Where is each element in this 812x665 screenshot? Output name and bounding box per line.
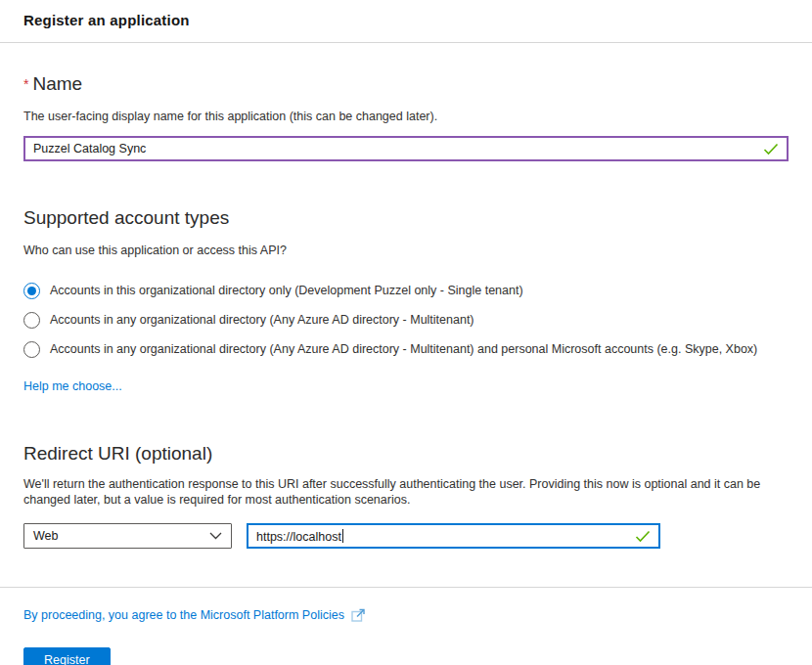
name-heading-label: Name [32, 73, 82, 94]
check-icon [635, 530, 651, 543]
platform-select[interactable]: Web [23, 523, 232, 549]
app-name-value: Puzzel Catalog Sync [33, 142, 755, 155]
text-caret [342, 529, 343, 543]
name-description: The user-facing display name for this ap… [23, 109, 789, 124]
platform-policies-link[interactable]: By proceeding, you agree to the Microsof… [23, 608, 344, 622]
page-title: Register an application [23, 12, 789, 28]
account-type-option[interactable]: Accounts in any organizational directory… [23, 338, 789, 360]
account-type-option[interactable]: Accounts in this organizational director… [23, 280, 789, 301]
account-type-option-label: Accounts in any organizational directory… [50, 342, 757, 356]
footer-divider [0, 587, 812, 588]
account-types-description: Who can use this application or access t… [23, 243, 789, 258]
redirect-uri-input[interactable]: https://localhost [247, 523, 660, 549]
account-type-option-label: Accounts in this organizational director… [50, 284, 523, 297]
redirect-uri-description: We'll return the authentication response… [23, 476, 789, 508]
register-form: *Name The user-facing display name for t… [0, 72, 812, 665]
radio-button-icon[interactable] [23, 341, 40, 358]
radio-button-icon[interactable] [23, 312, 40, 329]
chevron-down-icon [209, 532, 222, 540]
redirect-uri-row: Web https://localhost [23, 523, 789, 549]
redirect-uri-heading: Redirect URI (optional) [23, 442, 789, 465]
required-marker: * [23, 76, 28, 92]
name-section-heading: *Name [23, 72, 789, 96]
redirect-uri-value: https://localhost [256, 529, 627, 544]
register-button[interactable]: Register [23, 647, 111, 665]
radio-button-icon[interactable] [23, 283, 40, 299]
check-icon [763, 143, 779, 155]
account-type-option-label: Accounts in any organizational directory… [50, 313, 474, 327]
app-name-input[interactable]: Puzzel Catalog Sync [23, 136, 789, 161]
external-link-icon[interactable] [351, 608, 366, 622]
account-types-heading: Supported account types [23, 206, 789, 229]
account-types-radio-group: Accounts in this organizational director… [23, 280, 789, 360]
help-me-choose-link[interactable]: Help me choose... [23, 379, 122, 393]
page-header: Register an application [0, 0, 812, 43]
platform-select-value: Web [33, 529, 209, 543]
account-type-option[interactable]: Accounts in any organizational directory… [23, 309, 789, 331]
